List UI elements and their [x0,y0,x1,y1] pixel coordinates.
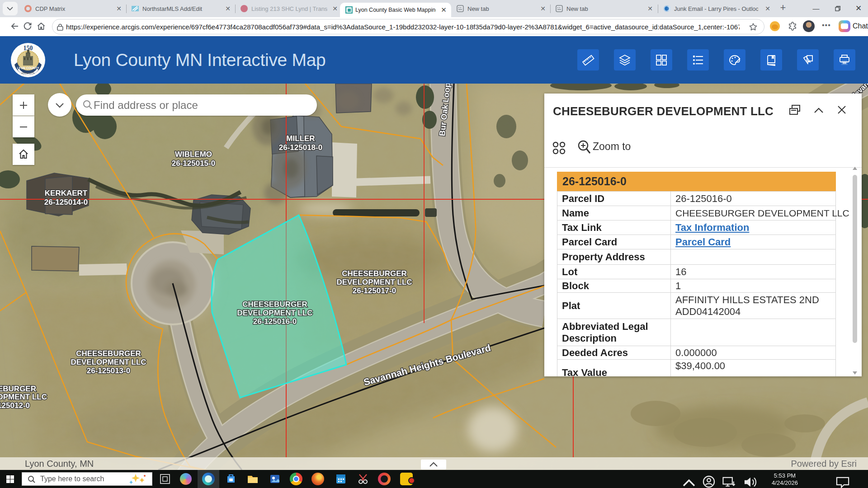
svg-text:DEVELOPMENT LLC: DEVELOPMENT LLC [336,278,412,286]
svg-text:SEBURGER: SEBURGER [0,385,36,393]
svg-text:26-125018-0: 26-125018-0 [279,143,322,152]
svg-text:26-125016-0: 26-125016-0 [253,317,297,326]
svg-text:26-125015-0: 26-125015-0 [172,159,215,168]
svg-text:KERKAERT: KERKAERT [45,189,88,197]
svg-text:DEVELOPMENT LLC: DEVELOPMENT LLC [71,358,146,366]
svg-text:MINNESOTA: MINNESOTA [21,72,35,75]
svg-text:WIBLEMO: WIBLEMO [175,150,212,159]
svg-text:DEVELOPMENT LLC: DEVELOPMENT LLC [237,309,312,317]
svg-text:MILLER: MILLER [286,134,315,143]
svg-text:125012-0: 125012-0 [0,401,30,410]
svg-text:CHEESEBURGER: CHEESEBURGER [76,349,141,358]
svg-text:LYON COUNTY: LYON COUNTY [17,66,39,70]
svg-text:26-125017-0: 26-125017-0 [353,286,396,295]
svg-text:OPMENT LLC: OPMENT LLC [0,393,47,401]
svg-text:26-125013-0: 26-125013-0 [87,366,130,375]
svg-text:150: 150 [24,45,33,52]
svg-text:CHEESEBURGER: CHEESEBURGER [342,269,407,278]
svg-text:26-125014-0: 26-125014-0 [44,198,88,206]
svg-text:CHEESEBURGER: CHEESEBURGER [242,300,307,309]
